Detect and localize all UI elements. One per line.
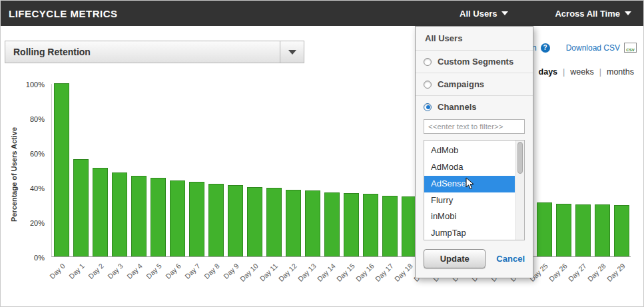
y-tick-label: 80% [30,115,45,123]
x-tick-label: Day 2 [87,262,105,280]
scrollbar-thumb[interactable] [517,142,523,174]
channel-item-inmobi[interactable]: inMobi [424,208,515,225]
x-tick-label: Day 9 [222,262,240,280]
tab-months[interactable]: months [607,67,634,77]
top-bar-controls: All Users Across All Time [460,9,643,19]
time-filter-dropdown[interactable]: Across All Time [555,9,631,19]
x-tick-label: Day 10 [238,262,260,283]
radio-selected-icon [424,103,432,111]
bar-day-14[interactable] [324,192,340,256]
tab-separator: | [599,67,601,77]
bar-day-17[interactable] [382,196,398,256]
metric-selector[interactable]: Rolling Retention [5,41,304,63]
x-tick-label: Day 18 [393,262,414,283]
x-tick-label: Day 15 [335,262,356,283]
y-tick-label: 40% [30,184,45,192]
x-tick-label: Day 5 [145,262,163,280]
panel-item-all-users[interactable]: All Users [416,27,533,51]
bar-day-26[interactable] [556,204,571,256]
x-tick-label: Day 17 [374,262,395,283]
bar-day-10[interactable] [247,187,262,256]
time-filter-label: Across All Time [555,9,620,19]
bar-day-6[interactable] [170,180,185,256]
radio-label: Channels [438,102,477,112]
bar-day-11[interactable] [266,188,282,256]
x-tick-label: Day 3 [106,262,125,280]
channel-list-scrollbar[interactable] [515,141,524,240]
metric-selector-label: Rolling Retention [5,41,91,63]
bar-day-13[interactable] [305,190,320,256]
x-tick-label: Day 7 [183,262,202,280]
x-tick-label: Day 16 [354,262,376,283]
bar-day-8[interactable] [208,184,224,256]
top-bar: LIFECYCLE METRICS All Users Across All T… [1,1,643,26]
bar-day-25[interactable] [537,202,552,256]
chevron-down-icon [501,11,508,15]
granularity-tabs: days|weeks|months [539,67,634,77]
bar-day-5[interactable] [151,178,166,256]
radio-label: Custom Segments [438,57,513,67]
user-filter-panel: All Users Custom SegmentsCampaignsChanne… [415,26,533,278]
x-tick-label: Day 6 [164,262,182,280]
bar-day-15[interactable] [344,193,359,256]
x-tick-label: Day 28 [586,262,607,283]
user-filter-dropdown[interactable]: All Users [460,9,508,19]
chart-plot-area: Day 0Day 1Day 2Day 3Day 4Day 5Day 6Day 7… [51,84,631,257]
x-tick-label: Day 26 [547,262,569,283]
mouse-cursor [466,177,476,194]
cancel-link[interactable]: Cancel [496,254,525,264]
bar-day-1[interactable] [73,159,89,256]
radio-label: Campaigns [438,79,484,89]
tab-weeks[interactable]: weeks [570,67,593,77]
channel-list: AdMobAdModaAdSenseFlurryinMobiJumpTapMob… [424,141,524,240]
x-tick-label: Day 11 [258,262,279,282]
radio-icon [424,58,432,66]
channel-filter-input[interactable] [424,119,525,134]
radio-option-campaigns[interactable]: Campaigns [416,73,533,96]
panel-footer: Update Cancel [416,240,533,278]
channel-item-admoda[interactable]: AdModa [424,159,515,176]
x-tick-label: Day 12 [277,262,298,283]
x-tick-label: Day 13 [296,262,318,283]
help-icon[interactable]: ? [541,43,550,53]
metric-selector-arrow-button[interactable] [280,41,304,63]
update-button[interactable]: Update [424,249,485,268]
tab-separator: | [563,67,565,77]
chevron-down-icon [625,11,631,15]
radio-option-channels[interactable]: Channels [416,96,533,118]
radio-option-custom-segments[interactable]: Custom Segments [416,51,533,73]
bar-day-0[interactable] [54,83,69,256]
bar-day-27[interactable] [575,204,591,256]
page-title: LIFECYCLE METRICS [9,8,118,19]
bar-day-4[interactable] [131,176,147,256]
x-tick-label: Day 0 [48,262,67,280]
bar-day-29[interactable] [614,205,629,256]
bar-day-7[interactable] [189,182,204,256]
x-tick-label: Day 4 [125,262,144,280]
csv-file-icon[interactable]: CSV [624,43,637,53]
user-filter-label: All Users [460,9,497,19]
y-axis-ticks: 0%20%40%60%80%100% [1,84,47,258]
x-tick-label: Day 29 [605,262,627,283]
channel-item-adsense[interactable]: AdSense [424,176,515,192]
bar-day-9[interactable] [228,185,243,256]
channel-item-flurry[interactable]: Flurry [424,192,515,209]
bar-day-2[interactable] [93,168,108,256]
channel-item-admob[interactable]: AdMob [424,143,515,159]
bar-day-28[interactable] [595,204,610,256]
tab-days[interactable]: days [539,67,558,77]
x-tick-label: Day 8 [202,262,221,280]
bar-day-12[interactable] [286,190,301,256]
y-tick-label: 0% [34,254,45,262]
x-tick-label: Day 27 [567,262,588,283]
panel-radio-options: Custom SegmentsCampaignsChannels [416,51,533,118]
y-tick-label: 60% [30,150,45,158]
y-tick-label: 20% [30,219,45,227]
channel-item-jumptap[interactable]: JumpTap [424,225,515,240]
download-csv-link[interactable]: Download CSV [566,43,620,53]
channel-list-box: AdMobAdModaAdSenseFlurryinMobiJumpTapMob… [424,140,525,240]
y-tick-label: 100% [26,81,45,89]
bar-day-3[interactable] [112,172,127,256]
lifecycle-metrics-page: LIFECYCLE METRICS All Users Across All T… [0,0,644,307]
bar-day-16[interactable] [363,194,378,256]
